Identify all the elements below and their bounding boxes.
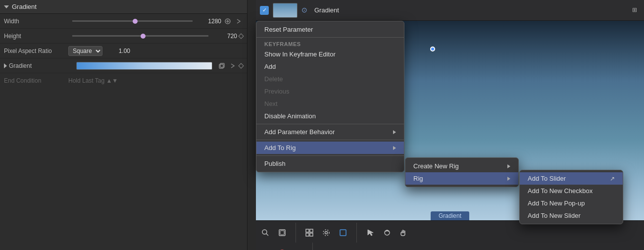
bottom-bar-inner: 000001 (256, 221, 644, 250)
context-menu-secondary: Create New Rig Rig (405, 157, 519, 187)
svg-rect-15 (340, 230, 346, 236)
gradient-label-prop: Gradient (9, 62, 73, 69)
menu-item-reset-parameter[interactable]: Reset Parameter (256, 23, 404, 36)
layers-icon[interactable] (277, 227, 288, 238)
menu-item-disable-animation[interactable]: Disable Animation (256, 110, 404, 122)
record-icon[interactable] (294, 247, 304, 250)
width-property-row: Width 1280 (0, 14, 247, 29)
svg-rect-11 (306, 233, 309, 236)
menu-separator-2 (256, 124, 404, 124)
width-value[interactable]: 1280 (197, 18, 221, 25)
svg-rect-8 (280, 231, 284, 235)
play-icon[interactable] (338, 247, 348, 250)
height-keyframe-icon[interactable] (238, 33, 244, 39)
svg-rect-10 (310, 229, 313, 232)
loop-icon[interactable] (277, 247, 288, 250)
height-property-row: Height 720 (0, 29, 247, 44)
bottom-row-top (256, 223, 644, 243)
menu-item-next-label: Next (264, 100, 278, 107)
menu-item-add-to-new-slider[interactable]: Add To New Slider (520, 209, 623, 222)
pixel-aspect-value[interactable]: 1.00 (105, 48, 130, 54)
menu-item-publish-label: Publish (264, 160, 286, 167)
menu-item-create-new-rig-label: Create New Rig (413, 162, 459, 170)
bottom-divider-3 (312, 243, 313, 250)
goto-start-icon[interactable] (321, 247, 332, 250)
svg-point-16 (385, 230, 390, 235)
svg-rect-4 (220, 63, 224, 67)
menu-item-add-label: Add (264, 63, 276, 70)
end-condition-value[interactable]: Hold Last Tag ▲▼ (68, 77, 118, 84)
bottom-row-bottom: 000001 (256, 243, 644, 250)
svg-line-6 (266, 234, 268, 236)
audio-icon[interactable] (260, 247, 271, 250)
select-tool-icon[interactable] (365, 227, 376, 238)
width-slider[interactable] (72, 20, 193, 22)
menu-item-show-keyframe[interactable]: Show In Keyframe Editor (256, 48, 404, 60)
height-label: Height (4, 33, 68, 40)
gradient-copy-icon[interactable] (217, 61, 226, 70)
svg-point-14 (323, 230, 329, 236)
svg-point-13 (325, 232, 328, 234)
svg-point-5 (262, 230, 267, 234)
height-value[interactable]: 720 (212, 33, 237, 40)
menu-item-add-behavior-label: Add Parameter Behavior (264, 128, 335, 136)
menu-item-delete: Delete (256, 73, 404, 85)
end-condition-label: End Condition (4, 77, 68, 84)
menu-item-add-to-new-popup[interactable]: Add To New Pop-up (520, 197, 623, 209)
width-chevron-icon[interactable] (234, 17, 243, 26)
pixel-aspect-label: Pixel Aspect Ratio (4, 48, 68, 54)
pixel-aspect-select[interactable]: Square (68, 46, 102, 56)
menu-item-add[interactable]: Add (256, 60, 404, 73)
gradient-property-row: Gradient (0, 58, 247, 73)
gradient-preview[interactable] (76, 62, 212, 70)
menu-item-add-to-slider-label: Add To Slider (528, 175, 566, 182)
rig-item-submenu-icon (507, 177, 510, 181)
behavior-submenu-icon (393, 130, 396, 134)
menu-item-show-keyframe-label: Show In Keyframe Editor (264, 50, 336, 58)
svg-rect-3 (219, 64, 223, 68)
cursor-indicator: ↗ (610, 175, 615, 182)
settings-icon[interactable] (321, 227, 332, 238)
svg-rect-9 (306, 229, 309, 232)
menu-item-add-to-rig-label: Add To Rig (264, 144, 296, 151)
menu-item-add-to-slider[interactable]: Add To Slider ↗ (520, 172, 623, 185)
gradient-chevron-icon[interactable] (228, 61, 237, 70)
left-panel: Gradient Width 1280 Height 720 Pixel Asp… (0, 0, 248, 250)
menu-item-rig-label: Rig (413, 175, 423, 182)
end-condition-row: End Condition Hold Last Tag ▲▼ (0, 73, 247, 88)
menu-separator-4 (256, 155, 404, 156)
share-icon[interactable]: ⊞ (632, 6, 640, 14)
rotate-icon[interactable] (382, 227, 393, 238)
menu-item-rig[interactable]: Rig (405, 172, 518, 185)
layer-thumbnail (273, 3, 297, 18)
menu-item-add-to-rig[interactable]: Add To Rig (256, 142, 404, 154)
bottom-divider-1 (296, 223, 296, 243)
bottom-divider-2 (356, 223, 357, 243)
section-header[interactable]: Gradient (0, 0, 247, 14)
control-point-dot[interactable] (430, 47, 435, 51)
height-slider[interactable] (72, 35, 208, 37)
hand-tool-icon[interactable] (398, 227, 409, 238)
gradient-keyframe-icon[interactable] (238, 63, 244, 68)
menu-item-add-to-new-popup-label: Add To New Pop-up (528, 200, 585, 207)
menu-item-next: Next (256, 98, 404, 110)
menu-section-keyframes: KEYFRAMES (256, 39, 404, 48)
layer-checkbox[interactable]: ✓ (260, 6, 269, 15)
menu-item-add-behavior[interactable]: Add Parameter Behavior (256, 126, 404, 138)
transform-icon[interactable] (338, 227, 348, 238)
width-add-icon[interactable] (223, 17, 232, 26)
menu-item-add-to-new-checkbox[interactable]: Add To New Checkbox (520, 185, 623, 197)
create-new-rig-submenu-icon (507, 164, 510, 168)
menu-item-publish[interactable]: Publish (256, 157, 404, 170)
grid-icon[interactable] (304, 227, 315, 238)
width-label: Width (4, 18, 68, 25)
gradient-canvas-label: Gradient (431, 211, 469, 220)
menu-item-create-new-rig[interactable]: Create New Rig (405, 160, 518, 172)
gradient-expand-icon[interactable] (4, 63, 7, 68)
search-icon[interactable] (260, 227, 271, 238)
section-title: Gradient (12, 3, 37, 10)
layer-title: Gradient (314, 6, 339, 14)
height-slider-thumb (141, 34, 146, 39)
timeline-expand-icon[interactable] (629, 247, 640, 250)
svg-rect-12 (310, 233, 313, 236)
